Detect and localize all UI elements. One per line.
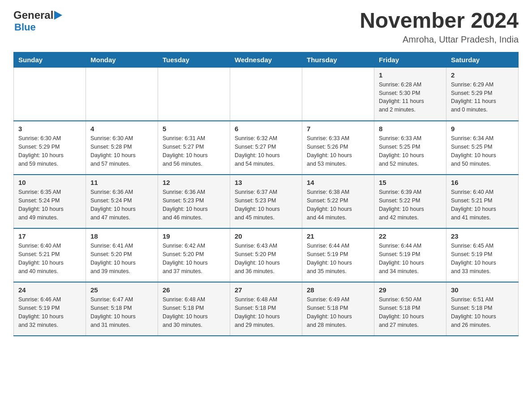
header-tuesday: Tuesday [158, 52, 230, 67]
day-number: 23 [451, 232, 514, 240]
day-number: 22 [379, 232, 442, 240]
day-number: 6 [235, 125, 297, 133]
day-number: 11 [90, 179, 153, 186]
day-number: 7 [307, 125, 369, 133]
calendar-cell-w5-d0: 24Sunrise: 6:46 AM Sunset: 5:19 PM Dayli… [14, 282, 86, 336]
day-info: Sunrise: 6:45 AM Sunset: 5:19 PM Dayligh… [451, 242, 514, 275]
header-saturday: Saturday [446, 52, 519, 67]
calendar-cell-w2-d3: 6Sunrise: 6:32 AM Sunset: 5:27 PM Daylig… [230, 121, 302, 175]
calendar-cell-w2-d5: 8Sunrise: 6:33 AM Sunset: 5:25 PM Daylig… [374, 121, 446, 175]
calendar-cell-w1-d6: 2Sunrise: 6:29 AM Sunset: 5:29 PM Daylig… [446, 67, 519, 121]
day-number: 8 [379, 125, 442, 133]
calendar-cell-w3-d4: 14Sunrise: 6:38 AM Sunset: 5:22 PM Dayli… [302, 175, 374, 228]
day-info: Sunrise: 6:40 AM Sunset: 5:21 PM Dayligh… [451, 188, 514, 222]
day-info: Sunrise: 6:46 AM Sunset: 5:19 PM Dayligh… [18, 295, 81, 329]
day-info: Sunrise: 6:34 AM Sunset: 5:25 PM Dayligh… [451, 134, 514, 168]
calendar-cell-w2-d2: 5Sunrise: 6:31 AM Sunset: 5:27 PM Daylig… [158, 121, 230, 175]
calendar-cell-w2-d0: 3Sunrise: 6:30 AM Sunset: 5:29 PM Daylig… [14, 121, 86, 175]
calendar-cell-w1-d2 [158, 67, 230, 121]
calendar-cell-w1-d4 [302, 67, 374, 121]
subtitle: Amroha, Uttar Pradesh, India [360, 34, 519, 45]
calendar-cell-w3-d0: 10Sunrise: 6:35 AM Sunset: 5:24 PM Dayli… [14, 175, 86, 228]
day-number: 12 [163, 179, 225, 186]
day-info: Sunrise: 6:31 AM Sunset: 5:27 PM Dayligh… [163, 134, 225, 168]
day-info: Sunrise: 6:35 AM Sunset: 5:24 PM Dayligh… [18, 188, 81, 222]
day-number: 24 [18, 286, 81, 294]
day-info: Sunrise: 6:29 AM Sunset: 5:29 PM Dayligh… [451, 81, 514, 114]
logo: General Blue [13, 9, 62, 33]
day-number: 9 [451, 125, 514, 133]
day-info: Sunrise: 6:32 AM Sunset: 5:27 PM Dayligh… [235, 134, 297, 168]
day-info: Sunrise: 6:39 AM Sunset: 5:22 PM Dayligh… [379, 188, 442, 222]
header-monday: Monday [86, 52, 158, 67]
calendar-cell-w5-d2: 26Sunrise: 6:48 AM Sunset: 5:18 PM Dayli… [158, 282, 230, 336]
calendar-cell-w2-d6: 9Sunrise: 6:34 AM Sunset: 5:25 PM Daylig… [446, 121, 519, 175]
calendar-cell-w2-d1: 4Sunrise: 6:30 AM Sunset: 5:28 PM Daylig… [86, 121, 158, 175]
page-header: General Blue November 2024 Amroha, Uttar… [13, 9, 519, 45]
week-row-3: 10Sunrise: 6:35 AM Sunset: 5:24 PM Dayli… [14, 175, 519, 228]
header-friday: Friday [374, 52, 446, 67]
calendar-cell-w4-d4: 21Sunrise: 6:44 AM Sunset: 5:19 PM Dayli… [302, 228, 374, 282]
day-info: Sunrise: 6:41 AM Sunset: 5:20 PM Dayligh… [90, 242, 153, 275]
calendar-cell-w4-d1: 18Sunrise: 6:41 AM Sunset: 5:20 PM Dayli… [86, 228, 158, 282]
calendar-cell-w5-d3: 27Sunrise: 6:48 AM Sunset: 5:18 PM Dayli… [230, 282, 302, 336]
day-number: 4 [90, 125, 153, 133]
calendar-cell-w5-d5: 29Sunrise: 6:50 AM Sunset: 5:18 PM Dayli… [374, 282, 446, 336]
main-title: November 2024 [360, 9, 519, 33]
day-number: 16 [451, 179, 514, 186]
header-thursday: Thursday [302, 52, 374, 67]
calendar-cell-w1-d0 [14, 67, 86, 121]
week-row-5: 24Sunrise: 6:46 AM Sunset: 5:19 PM Dayli… [14, 282, 519, 336]
calendar-cell-w3-d6: 16Sunrise: 6:40 AM Sunset: 5:21 PM Dayli… [446, 175, 519, 228]
day-info: Sunrise: 6:48 AM Sunset: 5:18 PM Dayligh… [235, 295, 297, 329]
day-info: Sunrise: 6:33 AM Sunset: 5:25 PM Dayligh… [379, 134, 442, 168]
calendar-cell-w2-d4: 7Sunrise: 6:33 AM Sunset: 5:26 PM Daylig… [302, 121, 374, 175]
day-number: 29 [379, 286, 442, 294]
header-wednesday: Wednesday [230, 52, 302, 67]
day-info: Sunrise: 6:44 AM Sunset: 5:19 PM Dayligh… [379, 242, 442, 275]
calendar-cell-w4-d3: 20Sunrise: 6:43 AM Sunset: 5:20 PM Dayli… [230, 228, 302, 282]
calendar-cell-w5-d4: 28Sunrise: 6:49 AM Sunset: 5:18 PM Dayli… [302, 282, 374, 336]
calendar-cell-w3-d1: 11Sunrise: 6:36 AM Sunset: 5:24 PM Dayli… [86, 175, 158, 228]
day-number: 3 [18, 125, 81, 133]
day-info: Sunrise: 6:51 AM Sunset: 5:18 PM Dayligh… [451, 295, 514, 329]
day-number: 10 [18, 179, 81, 186]
day-number: 20 [235, 232, 297, 240]
calendar-cell-w4-d6: 23Sunrise: 6:45 AM Sunset: 5:19 PM Dayli… [446, 228, 519, 282]
day-info: Sunrise: 6:42 AM Sunset: 5:20 PM Dayligh… [163, 242, 225, 275]
title-section: November 2024 Amroha, Uttar Pradesh, Ind… [360, 9, 519, 45]
calendar-table: SundayMondayTuesdayWednesdayThursdayFrid… [13, 52, 519, 337]
calendar-cell-w5-d1: 25Sunrise: 6:47 AM Sunset: 5:18 PM Dayli… [86, 282, 158, 336]
day-number: 19 [163, 232, 225, 240]
day-info: Sunrise: 6:38 AM Sunset: 5:22 PM Dayligh… [307, 188, 369, 222]
day-number: 18 [90, 232, 153, 240]
day-number: 26 [163, 286, 225, 294]
day-number: 5 [163, 125, 225, 133]
calendar-cell-w4-d5: 22Sunrise: 6:44 AM Sunset: 5:19 PM Dayli… [374, 228, 446, 282]
calendar-cell-w4-d2: 19Sunrise: 6:42 AM Sunset: 5:20 PM Dayli… [158, 228, 230, 282]
day-info: Sunrise: 6:47 AM Sunset: 5:18 PM Dayligh… [90, 295, 153, 329]
day-info: Sunrise: 6:36 AM Sunset: 5:24 PM Dayligh… [90, 188, 153, 222]
logo-triangle-icon [54, 11, 62, 20]
day-info: Sunrise: 6:44 AM Sunset: 5:19 PM Dayligh… [307, 242, 369, 275]
day-info: Sunrise: 6:36 AM Sunset: 5:23 PM Dayligh… [163, 188, 225, 222]
day-number: 27 [235, 286, 297, 294]
day-number: 14 [307, 179, 369, 186]
day-info: Sunrise: 6:50 AM Sunset: 5:18 PM Dayligh… [379, 295, 442, 329]
calendar-cell-w3-d2: 12Sunrise: 6:36 AM Sunset: 5:23 PM Dayli… [158, 175, 230, 228]
week-row-4: 17Sunrise: 6:40 AM Sunset: 5:21 PM Dayli… [14, 228, 519, 282]
day-info: Sunrise: 6:37 AM Sunset: 5:23 PM Dayligh… [235, 188, 297, 222]
day-number: 2 [451, 71, 514, 79]
day-number: 21 [307, 232, 369, 240]
calendar-cell-w5-d6: 30Sunrise: 6:51 AM Sunset: 5:18 PM Dayli… [446, 282, 519, 336]
week-row-2: 3Sunrise: 6:30 AM Sunset: 5:29 PM Daylig… [14, 121, 519, 175]
day-number: 1 [379, 71, 442, 79]
day-number: 13 [235, 179, 297, 186]
day-number: 25 [90, 286, 153, 294]
week-row-1: 1Sunrise: 6:28 AM Sunset: 5:30 PM Daylig… [14, 67, 519, 121]
day-info: Sunrise: 6:33 AM Sunset: 5:26 PM Dayligh… [307, 134, 369, 168]
day-info: Sunrise: 6:43 AM Sunset: 5:20 PM Dayligh… [235, 242, 297, 275]
logo-general-text: General [13, 9, 53, 21]
calendar-cell-w3-d3: 13Sunrise: 6:37 AM Sunset: 5:23 PM Dayli… [230, 175, 302, 228]
header-sunday: Sunday [14, 52, 86, 67]
